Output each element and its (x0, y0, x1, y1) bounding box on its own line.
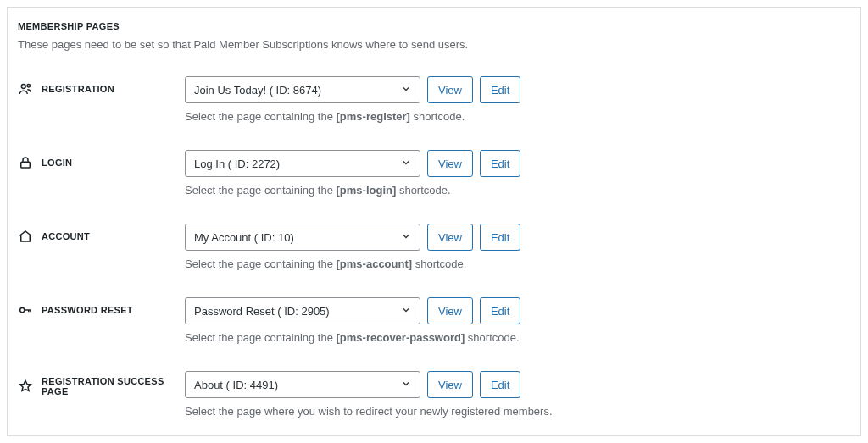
svg-point-1 (27, 85, 30, 87)
helper-text: Select the page where you wish to redire… (185, 405, 850, 418)
label-col: REGISTRATION SUCCESS PAGE (18, 371, 185, 396)
control-col: My Account ( ID: 10) View Edit Select th… (185, 224, 850, 270)
home-icon (18, 229, 33, 244)
star-icon (18, 379, 33, 394)
registration-select[interactable]: Join Us Today! ( ID: 8674) (185, 76, 420, 103)
control-col: About ( ID: 4491) View Edit Select the p… (185, 371, 850, 418)
edit-button[interactable]: Edit (480, 150, 520, 177)
chevron-down-icon (401, 231, 411, 244)
svg-point-3 (20, 307, 25, 312)
svg-point-0 (21, 85, 25, 89)
people-icon (18, 81, 33, 97)
password-reset-select[interactable]: Password Reset ( ID: 2905) (185, 297, 420, 324)
control-top: Password Reset ( ID: 2905) View Edit (185, 297, 850, 324)
select-value: Log In ( ID: 2272) (194, 158, 280, 170)
edit-button[interactable]: Edit (480, 297, 520, 324)
row-label: REGISTRATION SUCCESS PAGE (42, 376, 185, 396)
row-password-reset: PASSWORD RESET Password Reset ( ID: 2905… (18, 297, 850, 344)
edit-button[interactable]: Edit (480, 224, 520, 251)
view-button[interactable]: View (427, 297, 473, 324)
membership-pages-panel: MEMBERSHIP PAGES These pages need to be … (7, 7, 861, 436)
helper-text: Select the page containing the [pms-regi… (185, 110, 850, 123)
row-registration-success: REGISTRATION SUCCESS PAGE About ( ID: 44… (18, 371, 850, 418)
account-select[interactable]: My Account ( ID: 10) (185, 224, 420, 251)
label-col: LOGIN (18, 150, 185, 170)
row-login: LOGIN Log In ( ID: 2272) View Edit Selec… (18, 150, 850, 197)
svg-rect-2 (21, 162, 31, 168)
select-value: Password Reset ( ID: 2905) (194, 305, 330, 318)
view-button[interactable]: View (427, 76, 473, 103)
helper-text: Select the page containing the [pms-acco… (185, 257, 850, 270)
control-top: Log In ( ID: 2272) View Edit (185, 150, 850, 177)
lock-icon (18, 155, 33, 170)
select-value: My Account ( ID: 10) (194, 231, 294, 244)
view-button[interactable]: View (427, 371, 473, 398)
row-registration: REGISTRATION Join Us Today! ( ID: 8674) … (18, 76, 850, 123)
view-button[interactable]: View (427, 150, 473, 177)
label-col: ACCOUNT (18, 224, 185, 244)
helper-text: Select the page containing the [pms-reco… (185, 331, 850, 344)
select-value: About ( ID: 4491) (194, 379, 278, 391)
section-title: MEMBERSHIP PAGES (18, 21, 850, 31)
chevron-down-icon (401, 305, 411, 318)
edit-button[interactable]: Edit (480, 371, 520, 398)
key-icon (18, 302, 33, 318)
control-top: My Account ( ID: 10) View Edit (185, 224, 850, 251)
control-top: About ( ID: 4491) View Edit (185, 371, 850, 398)
row-account: ACCOUNT My Account ( ID: 10) View Edit S… (18, 224, 850, 270)
row-label: REGISTRATION (42, 84, 114, 94)
row-label: PASSWORD RESET (42, 305, 133, 315)
label-col: REGISTRATION (18, 76, 185, 97)
control-col: Password Reset ( ID: 2905) View Edit Sel… (185, 297, 850, 344)
row-label: ACCOUNT (42, 231, 90, 241)
section-description: These pages need to be set so that Paid … (18, 38, 850, 51)
registration-success-select[interactable]: About ( ID: 4491) (185, 371, 420, 398)
select-value: Join Us Today! ( ID: 8674) (194, 84, 321, 97)
login-select[interactable]: Log In ( ID: 2272) (185, 150, 420, 177)
control-col: Log In ( ID: 2272) View Edit Select the … (185, 150, 850, 197)
chevron-down-icon (401, 158, 411, 170)
label-col: PASSWORD RESET (18, 297, 185, 318)
edit-button[interactable]: Edit (480, 76, 520, 103)
chevron-down-icon (401, 379, 411, 391)
helper-text: Select the page containing the [pms-logi… (185, 184, 850, 197)
control-col: Join Us Today! ( ID: 8674) View Edit Sel… (185, 76, 850, 123)
view-button[interactable]: View (427, 224, 473, 251)
row-label: LOGIN (42, 158, 72, 168)
chevron-down-icon (401, 84, 411, 97)
control-top: Join Us Today! ( ID: 8674) View Edit (185, 76, 850, 103)
